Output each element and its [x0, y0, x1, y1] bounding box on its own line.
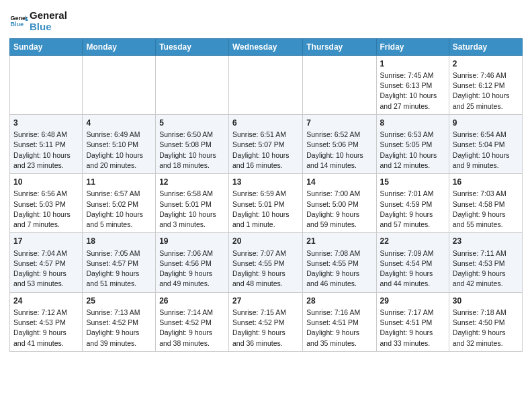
day-info-line: Sunrise: 6:56 AM: [13, 189, 79, 199]
day-info-line: Sunrise: 6:57 AM: [86, 189, 152, 199]
day-info-line: Daylight: 10 hours: [232, 210, 299, 220]
day-info-line: Sunset: 5:03 PM: [13, 199, 79, 210]
day-info-line: Daylight: 10 hours: [86, 210, 152, 220]
day-number: 27: [232, 295, 299, 307]
calendar-cell: 17Sunrise: 7:04 AMSunset: 4:57 PMDayligh…: [10, 233, 83, 292]
day-info-line: and 20 minutes.: [86, 161, 152, 171]
calendar-cell: 2Sunrise: 7:46 AMSunset: 6:12 PMDaylight…: [449, 55, 522, 114]
weekday-header-wednesday: Wednesday: [228, 38, 302, 55]
day-info-line: Sunrise: 7:01 AM: [380, 189, 445, 199]
calendar-cell: 16Sunrise: 7:03 AMSunset: 4:58 PMDayligh…: [449, 174, 522, 233]
calendar-cell: [228, 55, 302, 114]
calendar-cell: 20Sunrise: 7:07 AMSunset: 4:55 PMDayligh…: [228, 233, 302, 292]
day-info-line: and 57 minutes.: [380, 220, 445, 230]
day-info-line: Sunrise: 6:48 AM: [13, 130, 79, 140]
day-info-line: Sunrise: 7:16 AM: [306, 308, 372, 318]
calendar-cell: 22Sunrise: 7:09 AMSunset: 4:54 PMDayligh…: [376, 233, 449, 292]
day-number: 24: [13, 295, 79, 307]
day-info-line: Sunrise: 7:45 AM: [380, 71, 445, 81]
day-info-line: Sunset: 4:52 PM: [86, 318, 152, 328]
day-info-line: and 14 minutes.: [306, 161, 372, 171]
day-info-line: Daylight: 9 hours: [159, 328, 225, 338]
day-number: 26: [159, 295, 225, 307]
day-info-line: Daylight: 9 hours: [306, 328, 372, 338]
calendar-cell: 15Sunrise: 7:01 AMSunset: 4:59 PMDayligh…: [376, 174, 449, 233]
day-info-line: and 41 minutes.: [13, 338, 79, 349]
day-number: 21: [306, 236, 372, 247]
day-number: 5: [159, 118, 225, 129]
day-number: 28: [306, 295, 372, 307]
calendar-cell: 26Sunrise: 7:14 AMSunset: 4:52 PMDayligh…: [156, 292, 229, 351]
day-info-line: Sunrise: 6:53 AM: [380, 130, 445, 140]
calendar-cell: 23Sunrise: 7:11 AMSunset: 4:53 PMDayligh…: [449, 233, 522, 292]
day-info-line: and 36 minutes.: [232, 338, 299, 349]
day-info-line: Daylight: 9 hours: [453, 328, 519, 338]
calendar-cell: 18Sunrise: 7:05 AMSunset: 4:57 PMDayligh…: [83, 233, 156, 292]
day-info-line: Daylight: 10 hours: [453, 150, 519, 161]
day-info-line: Sunrise: 7:12 AM: [13, 308, 79, 318]
day-info-line: Sunset: 4:50 PM: [453, 318, 519, 328]
calendar-cell: 11Sunrise: 6:57 AMSunset: 5:02 PMDayligh…: [83, 174, 156, 233]
calendar-cell: 8Sunrise: 6:53 AMSunset: 5:05 PMDaylight…: [376, 114, 449, 173]
day-info-line: Sunrise: 7:14 AM: [159, 308, 225, 318]
day-info-line: and 35 minutes.: [306, 338, 372, 349]
day-info-line: Daylight: 10 hours: [86, 150, 152, 161]
day-info-line: Daylight: 9 hours: [232, 269, 299, 279]
weekday-header-monday: Monday: [83, 38, 156, 55]
calendar: SundayMondayTuesdayWednesdayThursdayFrid…: [9, 38, 523, 352]
day-info-line: Sunrise: 7:05 AM: [86, 248, 152, 259]
day-info-line: Sunrise: 7:07 AM: [232, 248, 299, 259]
day-info-line: Sunrise: 7:03 AM: [453, 189, 519, 199]
weekday-header-sunday: Sunday: [10, 38, 83, 55]
day-info-line: Sunset: 4:52 PM: [232, 318, 299, 328]
day-info-line: Sunset: 4:53 PM: [453, 259, 519, 269]
day-info-line: Daylight: 9 hours: [159, 269, 225, 279]
calendar-cell: 19Sunrise: 7:06 AMSunset: 4:56 PMDayligh…: [156, 233, 229, 292]
day-info-line: and 7 minutes.: [13, 220, 79, 230]
page: General Blue General Blue SundayMondayTu…: [0, 0, 532, 361]
day-info-line: Daylight: 9 hours: [13, 269, 79, 279]
day-number: 4: [86, 118, 152, 129]
day-info-line: Sunset: 5:01 PM: [159, 199, 225, 210]
day-number: 17: [13, 236, 79, 247]
calendar-cell: 28Sunrise: 7:16 AMSunset: 4:51 PMDayligh…: [303, 292, 376, 351]
day-info-line: and 55 minutes.: [453, 220, 519, 230]
day-info-line: Daylight: 10 hours: [159, 210, 225, 220]
day-info-line: Daylight: 10 hours: [306, 150, 372, 161]
day-info-line: and 1 minute.: [232, 220, 299, 230]
day-info-line: Daylight: 9 hours: [86, 328, 152, 338]
day-info-line: and 27 minutes.: [380, 101, 445, 111]
day-number: 3: [13, 118, 79, 129]
day-info-line: Sunset: 5:11 PM: [13, 140, 79, 150]
day-info-line: Sunrise: 6:51 AM: [232, 130, 299, 140]
day-info-line: Sunset: 5:04 PM: [453, 140, 519, 150]
day-info-line: Daylight: 10 hours: [13, 150, 79, 161]
week-row-3: 10Sunrise: 6:56 AMSunset: 5:03 PMDayligh…: [10, 174, 523, 233]
day-info-line: Sunrise: 7:08 AM: [306, 248, 372, 259]
logo-name: General Blue: [30, 9, 67, 33]
calendar-cell: 7Sunrise: 6:52 AMSunset: 5:06 PMDaylight…: [303, 114, 376, 173]
day-info-line: Sunset: 5:10 PM: [86, 140, 152, 150]
day-info-line: Sunrise: 7:00 AM: [306, 189, 372, 199]
day-info-line: Daylight: 10 hours: [380, 91, 445, 101]
day-info-line: Sunrise: 7:17 AM: [380, 308, 445, 318]
day-number: 15: [380, 177, 445, 188]
week-row-4: 17Sunrise: 7:04 AMSunset: 4:57 PMDayligh…: [10, 233, 523, 292]
day-info-line: Sunset: 5:05 PM: [380, 140, 445, 150]
day-number: 8: [380, 118, 445, 129]
week-row-5: 24Sunrise: 7:12 AMSunset: 4:53 PMDayligh…: [10, 292, 523, 351]
calendar-cell: 5Sunrise: 6:50 AMSunset: 5:08 PMDaylight…: [156, 114, 229, 173]
day-info-line: Sunrise: 6:52 AM: [306, 130, 372, 140]
day-info-line: Daylight: 9 hours: [380, 328, 445, 338]
weekday-header-row: SundayMondayTuesdayWednesdayThursdayFrid…: [10, 38, 523, 55]
logo-icon: General Blue: [9, 11, 28, 30]
calendar-cell: 25Sunrise: 7:13 AMSunset: 4:52 PMDayligh…: [83, 292, 156, 351]
day-number: 7: [306, 118, 372, 129]
calendar-cell: 3Sunrise: 6:48 AMSunset: 5:11 PMDaylight…: [10, 114, 83, 173]
day-info-line: Sunset: 5:06 PM: [306, 140, 372, 150]
calendar-cell: 29Sunrise: 7:17 AMSunset: 4:51 PMDayligh…: [376, 292, 449, 351]
calendar-cell: 12Sunrise: 6:58 AMSunset: 5:01 PMDayligh…: [156, 174, 229, 233]
calendar-cell: [303, 55, 376, 114]
day-info-line: Daylight: 9 hours: [453, 210, 519, 220]
day-info-line: and 48 minutes.: [232, 279, 299, 289]
